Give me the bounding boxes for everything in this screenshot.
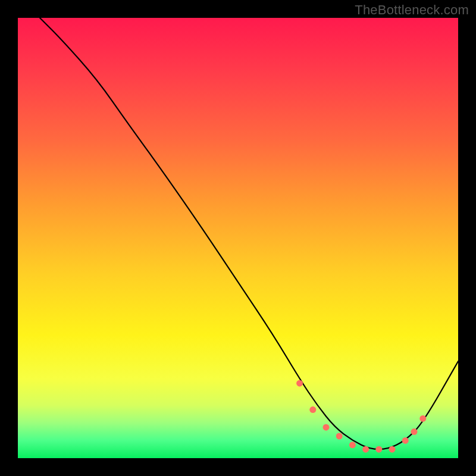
marker-dot [362,446,369,453]
marker-dot [411,428,418,435]
marker-dot [309,406,316,413]
watermark-text: TheBottleneck.com [355,2,469,18]
marker-dot [419,415,426,422]
marker-dot [336,433,343,440]
marker-dot [375,446,382,453]
chart-frame: TheBottleneck.com [0,0,476,476]
bottleneck-curve [40,18,458,449]
marker-dot [296,380,303,387]
marker-dot [402,437,409,444]
plot-area [18,18,458,458]
marker-dot [323,424,330,431]
marker-dot [389,446,396,453]
marker-dots [296,380,426,453]
curve-svg [18,18,458,458]
marker-dot [349,441,356,448]
